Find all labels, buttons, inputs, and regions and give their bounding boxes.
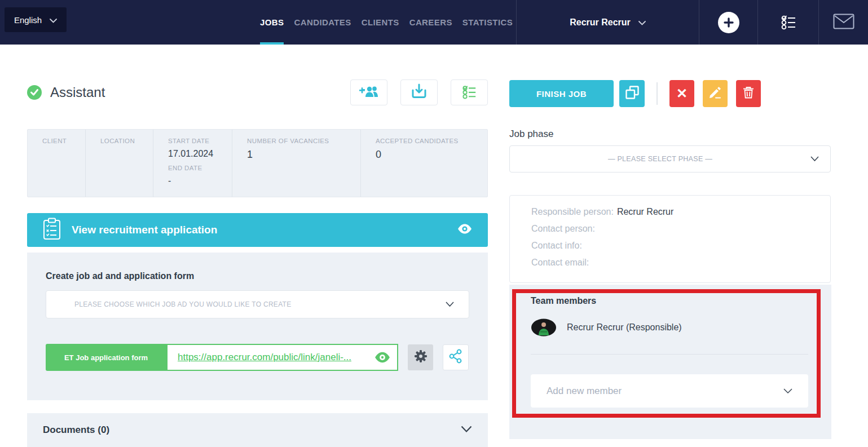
application-form-row: ET Job application form https://app.recr… — [46, 344, 469, 371]
plus-icon — [718, 12, 739, 33]
scorecard-button[interactable] — [451, 79, 488, 105]
job-ad-type-select[interactable]: PLEASE CHOOSE WHICH JOB AD YOU WOULD LIK… — [46, 290, 469, 318]
contact-email-line: Contact email: — [531, 258, 830, 268]
chevron-down-icon — [50, 15, 57, 25]
tasks-button[interactable] — [757, 0, 818, 45]
info-vacancies: NUMBER OF VACANCIES 1 — [232, 130, 360, 197]
chevron-down-icon — [638, 17, 646, 28]
team-member-row: Recrur Recrur (Responsible) — [531, 318, 682, 337]
job-phase-select[interactable]: — PLEASE SELECT PHASE — — [509, 145, 831, 172]
job-phase-label: Job phase — [509, 129, 553, 140]
clipboard-icon — [43, 218, 62, 242]
team-member-name: Recrur Recrur (Responsible) — [567, 322, 682, 333]
contact-info-panel: Responsible person:Recrur Recrur Contact… — [509, 195, 831, 283]
messages-button[interactable] — [818, 0, 868, 45]
edit-job-button[interactable] — [703, 80, 728, 107]
end-date-label: END DATE — [168, 165, 226, 171]
x-icon: ✕ — [676, 87, 688, 100]
copy-icon — [625, 85, 640, 102]
job-phase-placeholder: — PLEASE SELECT PHASE — — [510, 155, 810, 163]
contact-person-line: Contact person: — [531, 224, 830, 234]
form-settings-button[interactable] — [408, 344, 433, 370]
add-people-icon — [358, 85, 380, 100]
info-location: LOCATION — [85, 130, 153, 197]
accepted-label: ACCEPTED CANDIDATES — [376, 138, 482, 144]
info-dates: START DATE 17.01.2024 END DATE - — [153, 130, 232, 197]
vacancies-value: 1 — [247, 149, 355, 161]
top-navbar: English JOBS CANDIDATES CLIENTS CAREERS … — [0, 0, 868, 45]
divider — [656, 82, 658, 105]
team-members-heading: Team members — [531, 296, 596, 306]
job-ad-type-placeholder: PLEASE CHOOSE WHICH JOB AD YOU WOULD LIK… — [74, 300, 446, 308]
user-menu[interactable]: Recrur Recrur — [516, 0, 699, 45]
add-new-button[interactable] — [699, 0, 757, 45]
page-title: Assistant — [50, 85, 105, 100]
add-member-select[interactable]: Add new member — [531, 374, 808, 408]
add-member-placeholder: Add new member — [547, 386, 783, 397]
nav-tab-statistics[interactable]: STATISTICS — [462, 0, 513, 45]
start-date-value: 17.01.2024 — [168, 149, 226, 159]
checklist-icon — [461, 83, 477, 101]
chevron-down-icon — [810, 154, 819, 164]
language-label: English — [14, 15, 42, 25]
main-nav: JOBS CANDIDATES CLIENTS CAREERS STATISTI… — [260, 0, 513, 45]
share-icon — [449, 349, 462, 366]
job-active-check-icon — [27, 85, 42, 100]
cancel-job-button[interactable]: ✕ — [669, 80, 694, 107]
trash-icon — [742, 86, 755, 101]
responsible-person-label: Responsible person: — [531, 207, 614, 216]
user-name: Recrur Recrur — [570, 17, 631, 28]
delete-job-button[interactable] — [736, 80, 761, 107]
share-button[interactable] — [443, 344, 469, 370]
envelope-icon — [833, 14, 854, 32]
job-actions-row: FINISH JOB ✕ — [509, 80, 761, 107]
create-section-heading: Create job ad and application form — [46, 271, 194, 281]
nav-tab-jobs[interactable]: JOBS — [260, 0, 284, 45]
form-tag-label: ET Job application form — [64, 353, 148, 362]
vacancies-label: NUMBER OF VACANCIES — [247, 138, 355, 144]
chevron-down-icon — [446, 299, 454, 309]
nav-tab-careers[interactable]: CAREERS — [409, 0, 452, 45]
end-date-value: - — [168, 176, 226, 186]
nav-tab-candidates[interactable]: CANDIDATES — [294, 0, 351, 45]
create-job-ad-section: Create job ad and application form PLEAS… — [27, 253, 488, 400]
chevron-down-icon — [783, 386, 792, 396]
accepted-value: 0 — [376, 149, 482, 161]
eye-icon[interactable] — [457, 224, 472, 236]
navbar-right: Recrur Recrur — [516, 0, 868, 45]
contact-info-line: Contact info: — [531, 241, 830, 251]
client-label: CLIENT — [42, 138, 80, 144]
gear-icon — [414, 349, 428, 365]
banner-label: View recruitment application — [72, 224, 457, 236]
application-form-link[interactable]: https://app.recrur.com/public/link/janel… — [178, 352, 351, 363]
checklist-icon — [780, 13, 797, 32]
responsible-person-line: Responsible person:Recrur Recrur — [531, 207, 830, 217]
info-accepted: ACCEPTED CANDIDATES 0 — [360, 130, 487, 197]
import-button[interactable] — [400, 79, 438, 105]
avatar — [531, 318, 557, 337]
info-client: CLIENT — [28, 130, 85, 197]
download-tray-icon — [411, 83, 428, 102]
team-members-panel: Team members Recrur Recrur (Responsible)… — [509, 285, 831, 439]
start-date-label: START DATE — [168, 138, 226, 144]
eye-icon[interactable] — [374, 352, 390, 365]
responsible-person-value: Recrur Recrur — [617, 207, 673, 216]
view-recruitment-application-banner[interactable]: View recruitment application — [27, 213, 488, 247]
chevron-down-icon — [461, 425, 472, 435]
documents-label: Documents (0) — [43, 424, 461, 436]
job-info-bar: CLIENT LOCATION START DATE 17.01.2024 EN… — [27, 129, 488, 197]
page: English JOBS CANDIDATES CLIENTS CAREERS … — [0, 0, 868, 447]
job-title-row: Assistant — [27, 78, 488, 107]
add-candidates-button[interactable] — [350, 79, 387, 105]
form-link-box: https://app.recrur.com/public/link/janel… — [166, 344, 398, 371]
location-label: LOCATION — [100, 138, 147, 144]
language-select[interactable]: English — [5, 7, 67, 32]
divider — [531, 354, 808, 355]
duplicate-job-button[interactable] — [619, 80, 645, 107]
documents-accordion[interactable]: Documents (0) — [27, 413, 488, 447]
finish-job-button[interactable]: FINISH JOB — [509, 80, 614, 107]
nav-tab-clients[interactable]: CLIENTS — [362, 0, 399, 45]
pencil-icon — [708, 86, 722, 101]
form-language-tag[interactable]: ET Job application form — [46, 344, 166, 371]
